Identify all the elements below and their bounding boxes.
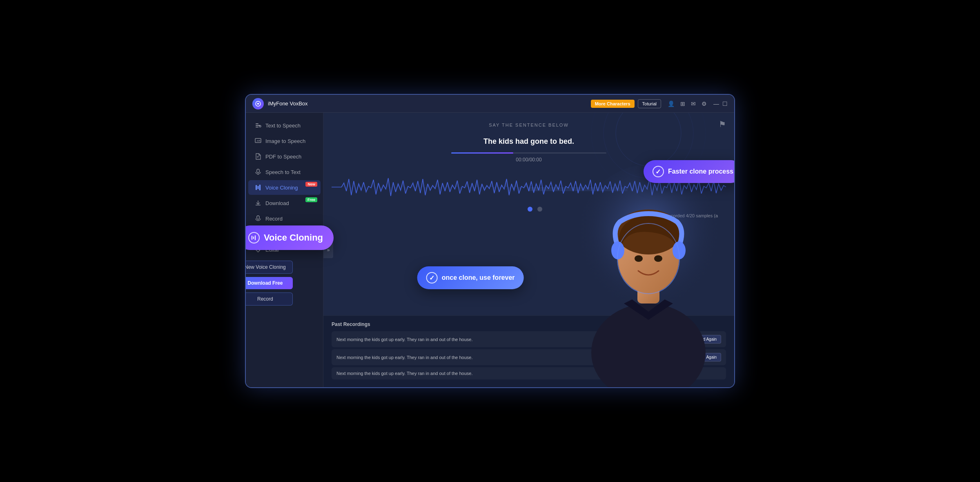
svg-point-19 <box>611 241 624 259</box>
svg-rect-22 <box>252 236 252 240</box>
pts-icon <box>255 153 261 160</box>
mail-icon[interactable]: ✉ <box>691 100 696 107</box>
svg-rect-8 <box>257 216 259 219</box>
sidebar-label-download: Download <box>265 200 289 206</box>
recording-row-3: Next morning the kids got up early. They… <box>332 367 726 379</box>
tts-icon <box>255 122 261 129</box>
progress-dot-active <box>528 207 532 212</box>
title-bar-actions: More Characters Toturial 👤 ⊞ ✉ ⚙ — ☐ <box>591 99 728 108</box>
title-bar: iMyFone VoxBox More Characters Toturial … <box>246 95 734 113</box>
sidebar-label-record: Record <box>265 216 283 222</box>
user-icon[interactable]: 👤 <box>668 100 675 107</box>
download-icon <box>255 200 261 206</box>
svg-point-20 <box>673 241 686 259</box>
progress-bar-container <box>451 152 606 154</box>
svg-rect-23 <box>253 237 254 239</box>
app-logo <box>252 98 264 109</box>
sidebar-label-pts: PDF to Speech <box>265 154 301 160</box>
svg-point-18 <box>654 255 662 262</box>
faster-clone-badge-label: Faster clone process <box>668 168 733 175</box>
sidebar: Text to Speech Image to Speech PDF to Sp… <box>246 113 323 387</box>
badge-new: New <box>305 182 317 187</box>
logo-icon <box>255 100 261 107</box>
recording-row-2: Next morning the kids got up early. They… <box>332 349 726 365</box>
record-label[interactable]: Record <box>245 292 293 306</box>
hint-icon[interactable]: ⚑ <box>719 119 726 129</box>
once-clone-badge-label: once clone, use forever <box>442 274 515 281</box>
recording-text-1: Next morning the kids got up early. They… <box>336 337 688 342</box>
sidebar-label-stt: Speech to Text <box>265 169 301 175</box>
once-check-icon: ✓ <box>426 272 438 283</box>
sentence-text: The kids had gone to bed. <box>483 137 574 146</box>
record-again-button-1[interactable]: Record Again <box>688 335 721 344</box>
voice-cloning-badge: Voice Cloning <box>245 225 334 250</box>
once-clone-badge: ✓ once clone, use forever <box>417 266 524 289</box>
record-again-button-2[interactable]: Again <box>702 353 721 362</box>
window-controls: — ☐ <box>713 100 728 107</box>
svg-rect-7 <box>259 185 261 190</box>
sidebar-item-text-to-speech[interactable]: Text to Speech <box>248 118 321 133</box>
record-icon <box>255 215 261 222</box>
recording-row-1: Next morning the kids got up early. They… <box>332 331 726 347</box>
svg-rect-3 <box>257 169 259 173</box>
recording-area: ⚑ SAY THE SENTENCE BELOW The kids had go… <box>323 113 734 387</box>
svg-point-15 <box>618 224 679 293</box>
svg-point-9 <box>616 113 681 166</box>
sidebar-item-voice-cloning[interactable]: Voice Cloning New <box>248 180 321 195</box>
download-free-label[interactable]: Download Free <box>245 277 293 289</box>
app-window: iMyFone VoxBox More Characters Toturial … <box>245 94 735 388</box>
more-characters-button[interactable]: More Characters <box>591 100 635 108</box>
svg-point-21 <box>617 223 679 294</box>
tutorial-button[interactable]: Toturial <box>638 99 661 108</box>
new-voice-cloning-label[interactable]: New Voice Cloning <box>245 261 293 274</box>
bars-badge-icon <box>248 232 260 243</box>
timer-display: 00:00/00:00 <box>516 157 541 163</box>
sidebar-label-tts: Text to Speech <box>265 123 301 129</box>
badge-free: Free <box>305 197 317 202</box>
maximize-button[interactable]: ☐ <box>722 100 728 107</box>
sidebar-item-pdf-to-speech[interactable]: PDF to Speech <box>248 149 321 164</box>
recording-text-3: Next morning the kids got up early. They… <box>336 371 721 376</box>
recording-progress-row <box>515 207 542 212</box>
settings-icon[interactable]: ⚙ <box>702 100 707 107</box>
discord-icon[interactable]: ⊞ <box>680 100 685 107</box>
say-sentence-label: SAY THE SENTENCE BELOW <box>489 123 569 127</box>
recording-text-2: Next morning the kids got up early. They… <box>336 355 702 360</box>
past-recordings-title: Past Recordings <box>332 321 726 327</box>
app-title: iMyFone VoxBox <box>268 100 591 107</box>
svg-rect-24 <box>255 235 256 240</box>
svg-rect-14 <box>637 279 659 303</box>
svg-point-17 <box>635 255 643 262</box>
bars-icon <box>251 235 257 241</box>
progress-bar-fill <box>451 152 513 154</box>
voice-cloning-badge-label: Voice Cloning <box>264 232 323 243</box>
vc-icon <box>255 184 261 191</box>
stt-icon <box>255 169 261 175</box>
past-recordings-section: Past Recordings Next morning the kids go… <box>323 315 734 387</box>
samples-info: recorded 4/20 samples (a <box>667 213 726 218</box>
side-label-group: New Voice Cloning Download Free Record <box>245 261 293 306</box>
sidebar-item-download[interactable]: Download Free <box>248 196 321 210</box>
svg-rect-5 <box>256 185 257 190</box>
sidebar-item-record[interactable]: Record <box>248 211 321 226</box>
faster-clone-badge: ✓ Faster clone process <box>644 160 735 183</box>
sidebar-label-its: Image to Speech <box>265 138 305 144</box>
its-icon <box>255 138 261 144</box>
sidebar-label-vc: Voice Cloning <box>265 185 298 191</box>
title-bar-icons: 👤 ⊞ ✉ ⚙ <box>668 100 707 107</box>
svg-rect-6 <box>258 186 259 189</box>
minimize-button[interactable]: — <box>713 100 719 107</box>
sidebar-item-image-to-speech[interactable]: Image to Speech <box>248 134 321 148</box>
app-body: Text to Speech Image to Speech PDF to Sp… <box>246 113 734 387</box>
sidebar-item-speech-to-text[interactable]: Speech to Text <box>248 165 321 179</box>
progress-dot-inactive <box>537 207 542 212</box>
faster-check-icon: ✓ <box>653 166 664 177</box>
svg-point-1 <box>259 125 261 127</box>
main-content: » ⚑ SAY THE SENTENCE BELOW The kids had … <box>323 113 734 387</box>
